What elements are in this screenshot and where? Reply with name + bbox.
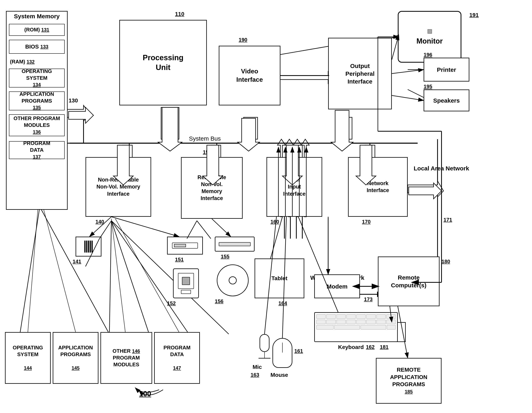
ref-164: 164 — [278, 300, 287, 306]
prog-data-bottom-box: PROGRAMDATA 147 — [154, 332, 200, 384]
removable-box: RemovableNon-Vol.MemoryInterface — [181, 157, 243, 219]
svg-line-91 — [111, 219, 125, 332]
svg-line-81 — [111, 217, 179, 237]
ref-141: 141 — [73, 259, 81, 265]
other-bottom-box: OTHER 146PROGRAMMODULES — [100, 332, 152, 384]
ref-163: 163 — [251, 372, 259, 378]
ref-121: 121 — [117, 149, 126, 155]
network-interface-label: NetworkInterface — [367, 180, 389, 194]
svg-line-79 — [392, 95, 424, 100]
floppy-disk — [173, 268, 199, 298]
os-label: OPERATINGSYSTEM — [22, 68, 52, 82]
output-peripheral-box: OutputPeripheralInterface — [328, 38, 392, 109]
app-bottom-ref: 145 — [72, 365, 80, 371]
prog-data-label: PROGRAMDATA — [23, 140, 50, 153]
svg-line-38 — [40, 207, 109, 334]
svg-line-89 — [28, 210, 38, 332]
svg-marker-61 — [238, 118, 259, 151]
ref-161: 161 — [294, 348, 303, 354]
app-box: APPLICATIONPROGRAMS 135 — [9, 92, 65, 110]
svg-line-90 — [44, 210, 76, 332]
other-bottom-label: OTHER 146PROGRAMMODULES — [113, 348, 140, 368]
svg-line-29 — [187, 221, 197, 239]
floppy-drive — [167, 237, 203, 254]
cd-disc — [217, 264, 249, 296]
remote-app-box: REMOTEAPPLICATIONPROGRAMS 185 — [376, 358, 442, 404]
svg-line-92 — [115, 219, 179, 332]
ref-120: 120 — [163, 123, 172, 130]
tape-drive — [76, 237, 101, 256]
svg-line-39 — [109, 221, 111, 334]
lan-label: Local Area Network — [414, 165, 469, 172]
svg-marker-67 — [69, 107, 94, 123]
rom-ref: 131 — [41, 27, 49, 33]
user-input-box: UserInputInterface — [266, 157, 322, 217]
ref-156: 156 — [215, 298, 223, 304]
ref-171: 171 — [444, 217, 452, 223]
tablet-label: Tablet — [271, 275, 287, 282]
printer-label: Printer — [437, 66, 456, 74]
monitor-label: Monitor — [417, 37, 443, 46]
ref-130: 130 — [69, 97, 78, 104]
ref-181: 181 — [380, 344, 389, 350]
disk-drive-slot — [215, 237, 255, 252]
ram-label: (RAM) 132 — [10, 59, 35, 65]
other-ref: 136 — [33, 129, 41, 135]
ref-191: 191 — [469, 12, 479, 18]
rom-label: (ROM) — [24, 27, 40, 33]
ref-155: 155 — [221, 253, 229, 260]
ref-196: 196 — [424, 52, 432, 58]
system-bus-label: System Bus — [189, 135, 221, 142]
app-bottom-label: APPLICATIONPROGRAMS — [58, 344, 93, 358]
remote-computer-label: RemoteComputer(s) — [391, 274, 426, 289]
os-bottom-label: OPERATINGSYSTEM — [13, 344, 43, 358]
prog-data-bottom-ref: 147 — [173, 365, 181, 371]
prog-data-bottom-label: PROGRAMDATA — [163, 344, 190, 358]
app-bottom-box: APPLICATIONPROGRAMS 145 — [53, 332, 98, 384]
prog-data-box: PROGRAMDATA 137 — [9, 141, 65, 159]
os-bottom-box: OPERATINGSYSTEM 144 — [5, 332, 51, 384]
svg-marker-45 — [338, 117, 352, 144]
removable-label: RemovableNon-Vol.MemoryInterface — [198, 174, 226, 202]
svg-line-82 — [212, 219, 231, 237]
non-removable-label: Non-RemovableNon-Vol. MemoryInterface — [96, 176, 140, 197]
mic-shape — [256, 334, 273, 360]
ref-194: 194 — [338, 112, 347, 119]
other-label: OTHER PROGRAMMODULES — [14, 115, 60, 129]
ref-190: 190 — [239, 37, 247, 43]
ref-100: 100 — [139, 390, 151, 398]
non-removable-box: Non-RemovableNon-Vol. MemoryInterface — [86, 157, 151, 217]
svg-line-36 — [20, 207, 40, 334]
output-peripheral-label: OutputPeripheralInterface — [345, 62, 375, 85]
ref-140: 140 — [95, 219, 104, 225]
prog-data-ref: 137 — [33, 154, 41, 160]
svg-marker-56 — [278, 72, 334, 84]
ref-180: 180 — [442, 259, 450, 265]
app-ref: 135 — [33, 105, 41, 110]
os-bottom-ref: 144 — [24, 365, 32, 371]
speakers-box: Speakers — [424, 89, 469, 111]
os-ref: 134 — [33, 82, 41, 87]
keyboard-label: Keyboard — [338, 344, 364, 350]
ref-170: 170 — [362, 219, 370, 225]
tablet-box: Tablet — [255, 259, 304, 298]
remote-app-label: REMOTEAPPLICATIONPROGRAMS — [390, 366, 428, 388]
processing-unit-box: ProcessingUnit — [119, 20, 207, 105]
modem-label: Modem — [327, 282, 348, 290]
rom-box: (ROM) 131 — [9, 24, 65, 36]
svg-line-30 — [197, 221, 211, 239]
remote-app-ref: 185 — [405, 389, 413, 394]
svg-line-26 — [408, 89, 424, 97]
os-box: OPERATINGSYSTEM 134 — [9, 69, 65, 87]
svg-line-40 — [111, 221, 149, 334]
ref-160: 160 — [270, 219, 279, 225]
ref-195: 195 — [424, 84, 432, 90]
ref-110: 110 — [175, 11, 184, 17]
video-interface-box: VideoInterface — [219, 46, 280, 105]
mouse-shape — [273, 338, 292, 368]
svg-marker-44 — [244, 117, 257, 144]
svg-marker-73 — [409, 183, 442, 199]
bios-label: BIOS — [25, 43, 39, 50]
mic-label: Mic — [253, 364, 262, 370]
ref-173: 173 — [364, 296, 372, 302]
